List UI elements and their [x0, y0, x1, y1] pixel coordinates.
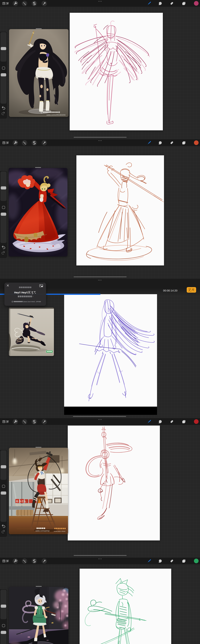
svg-text:weibo.com/upshop: weibo.com/upshop [35, 530, 49, 532]
svg-text:weibo.com/u/2911853055: weibo.com/u/2911853055 [46, 114, 66, 116]
svg-text:Hey!! Hey!!: Hey!! Hey!! [14, 291, 28, 294]
svg-text:(Some Like It Hot!!) - SPYAIR: (Some Like It Hot!!) - SPYAIR [23, 301, 41, 302]
svg-text:?: ? [32, 296, 33, 298]
svg-text:G S C L: G S C L [16, 500, 26, 503]
svg-text:ameblo.jp/gsc-mikatan: ameblo.jp/gsc-mikatan [54, 531, 65, 532]
